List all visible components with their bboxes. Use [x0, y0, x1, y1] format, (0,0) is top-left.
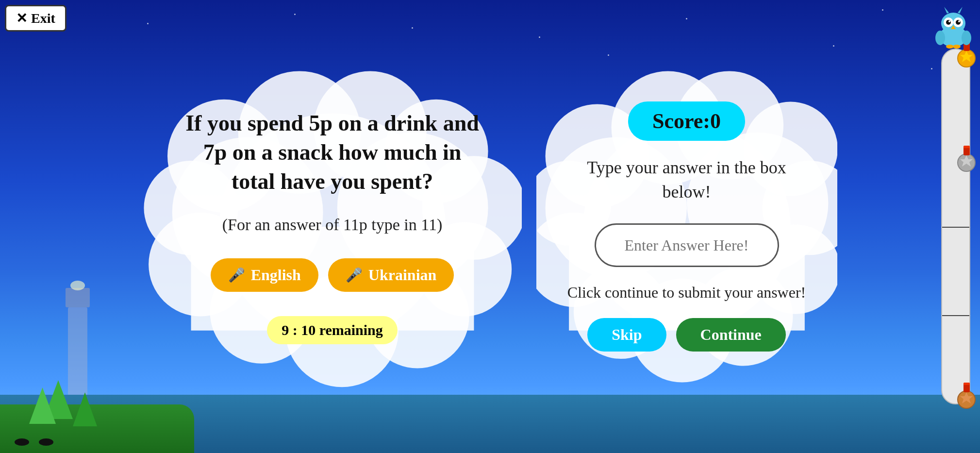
- scoreboard-divider-mid: [942, 227, 969, 228]
- svg-point-6: [946, 20, 951, 25]
- action-buttons-group: Skip Continue: [565, 318, 808, 352]
- hint-text: (For an answer of 11p type in 11): [182, 216, 483, 234]
- question-text: If you spend 5p on a drink and 7p on a s…: [182, 109, 483, 196]
- svg-point-7: [956, 20, 961, 25]
- remaining-badge: 9 : 10 remaining: [267, 316, 398, 344]
- exit-button[interactable]: ✕ Exit: [5, 5, 66, 32]
- english-label: English: [251, 266, 301, 284]
- english-mic-icon: 🎤: [228, 267, 245, 283]
- ukrainian-mic-icon: 🎤: [346, 267, 363, 283]
- svg-point-8: [948, 20, 950, 22]
- right-cloud-panel: Score:0 Type your answer in the box belo…: [536, 62, 837, 392]
- continue-button[interactable]: Continue: [676, 318, 786, 352]
- skip-button[interactable]: Skip: [587, 318, 666, 352]
- scoreboard-divider-bottom: [942, 315, 969, 316]
- scoreboard-track: [941, 49, 970, 404]
- submit-instruction-text: Click continue to submit your answer!: [565, 282, 808, 303]
- continue-label: Continue: [700, 326, 762, 343]
- right-cloud-content: Score:0 Type your answer in the box belo…: [536, 77, 837, 376]
- medal-bronze: [956, 383, 978, 414]
- svg-point-12: [962, 31, 971, 45]
- svg-point-14: [953, 45, 961, 49]
- score-badge: Score:0: [628, 101, 745, 141]
- owl-character: [931, 5, 975, 49]
- exit-label: Exit: [31, 11, 55, 26]
- answer-input-wrapper: [565, 223, 808, 267]
- svg-point-9: [958, 20, 960, 22]
- left-cloud-panel: If you spend 5p on a drink and 7p on a s…: [143, 62, 522, 392]
- svg-point-13: [946, 45, 954, 49]
- language-buttons-group: 🎤 English 🎤 Ukrainian: [182, 258, 483, 292]
- svg-marker-3: [958, 7, 963, 14]
- english-button[interactable]: 🎤 English: [211, 258, 318, 292]
- svg-rect-26: [963, 383, 970, 385]
- main-content: If you spend 5p on a drink and 7p on a s…: [10, 10, 970, 443]
- svg-point-11: [935, 31, 945, 45]
- instruction-text: Type your answer in the box below!: [565, 155, 808, 204]
- remaining-text: 9 : 10 remaining: [282, 322, 383, 338]
- ukrainian-button[interactable]: 🎤 Ukrainian: [328, 258, 454, 292]
- svg-marker-2: [944, 7, 949, 14]
- left-cloud-content: If you spend 5p on a drink and 7p on a s…: [143, 80, 522, 373]
- skip-label: Skip: [612, 326, 642, 343]
- exit-icon: ✕: [16, 10, 27, 26]
- answer-input[interactable]: [595, 223, 779, 267]
- score-text: Score:0: [652, 109, 721, 133]
- medal-silver: [956, 146, 978, 177]
- svg-rect-22: [963, 146, 970, 148]
- ukrainian-label: Ukrainian: [368, 266, 436, 284]
